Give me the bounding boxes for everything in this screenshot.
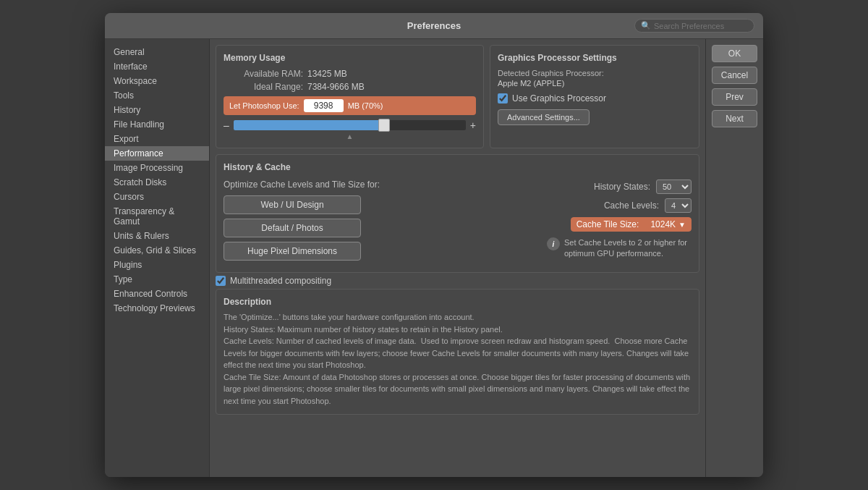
sidebar-item-interface[interactable]: Interface	[105, 59, 209, 74]
cache-levels-select[interactable]: 4 2 6	[665, 198, 692, 213]
window-title: Preferences	[407, 20, 461, 31]
optimize-label: Optimize Cache Levels and Tile Size for:	[224, 179, 540, 190]
cache-section: History & Cache Optimize Cache Levels an…	[216, 154, 699, 273]
memory-section: Memory Usage Available RAM: 13425 MB Ide…	[216, 45, 484, 148]
search-area[interactable]: 🔍	[634, 19, 754, 33]
top-sections: Memory Usage Available RAM: 13425 MB Ide…	[210, 39, 705, 151]
sidebar-item-units-rulers[interactable]: Units & Rulers	[105, 229, 209, 243]
cache-left: Optimize Cache Levels and Tile Size for:…	[224, 179, 540, 265]
use-gpu-label: Use Graphics Processor	[512, 93, 606, 104]
ram-percent-label: MB (70%)	[348, 101, 383, 110]
multithreaded-checkbox[interactable]	[216, 276, 226, 286]
slider-thumb[interactable]	[378, 119, 390, 132]
sidebar-item-technology-previews[interactable]: Technology Previews	[105, 301, 209, 316]
buttons-panel: OK Cancel Prev Next	[705, 39, 763, 477]
sidebar: General Interface Workspace Tools Histor…	[105, 39, 210, 477]
available-ram-value: 13425 MB	[307, 69, 347, 79]
cache-tile-row: Cache Tile Size: 1024K ▼	[547, 217, 692, 232]
memory-slider[interactable]	[234, 120, 466, 130]
search-input[interactable]	[654, 22, 748, 30]
sidebar-item-type[interactable]: Type	[105, 272, 209, 287]
description-text: The 'Optimize...' buttons take your hard…	[224, 311, 692, 407]
sidebar-item-image-processing[interactable]: Image Processing	[105, 161, 209, 175]
sidebar-item-enhanced-controls[interactable]: Enhanced Controls	[105, 287, 209, 301]
title-bar: Preferences 🔍	[105, 13, 763, 39]
advanced-settings-button[interactable]: Advanced Settings...	[498, 109, 590, 125]
multithreaded-row: Multithreaded compositing	[216, 276, 699, 286]
sidebar-item-history[interactable]: History	[105, 103, 209, 117]
cache-tile-label: Cache Tile Size:	[571, 217, 645, 232]
cache-tile-dropdown-icon: ▼	[678, 221, 686, 229]
info-icon: i	[547, 237, 560, 250]
cache-levels-label: Cache Levels:	[604, 200, 659, 211]
preset-huge-pixel-button[interactable]: Huge Pixel Dimensions	[224, 242, 361, 261]
gpu-processor-name: Apple M2 (APPLE)	[498, 79, 692, 88]
next-button[interactable]: Next	[712, 110, 757, 127]
history-states-select[interactable]: 50 20 100	[656, 179, 692, 194]
multithreaded-label: Multithreaded compositing	[230, 276, 331, 286]
ram-input-row: Let Photoshop Use: MB (70%)	[224, 96, 476, 115]
history-states-label: History States:	[594, 182, 650, 192]
sidebar-item-cursors[interactable]: Cursors	[105, 190, 209, 204]
description-title: Description	[224, 297, 692, 307]
preset-default-photos-button[interactable]: Default / Photos	[224, 219, 361, 237]
ideal-range-value: 7384-9666 MB	[307, 82, 365, 92]
use-gpu-row: Use Graphics Processor	[498, 93, 692, 104]
sidebar-item-performance[interactable]: Performance	[105, 146, 209, 161]
gpu-perf-info-text: Set Cache Levels to 2 or higher for opti…	[564, 237, 692, 260]
available-ram-row: Available RAM: 13425 MB	[224, 69, 476, 79]
cache-main: Optimize Cache Levels and Tile Size for:…	[224, 179, 692, 265]
ideal-range-label: Ideal Range:	[224, 82, 303, 92]
cache-right: History States: 50 20 100 Cache Levels: …	[547, 179, 692, 265]
sidebar-item-plugins[interactable]: Plugins	[105, 258, 209, 272]
sidebar-item-scratch-disks[interactable]: Scratch Disks	[105, 175, 209, 190]
ok-button[interactable]: OK	[712, 45, 757, 62]
sidebar-item-export[interactable]: Export	[105, 132, 209, 146]
use-gpu-checkbox[interactable]	[498, 93, 508, 104]
sidebar-item-tools[interactable]: Tools	[105, 88, 209, 103]
available-ram-label: Available RAM:	[224, 69, 303, 79]
slider-triangle: ▲	[224, 132, 476, 140]
sidebar-item-file-handling[interactable]: File Handling	[105, 117, 209, 132]
sidebar-item-workspace[interactable]: Workspace	[105, 74, 209, 88]
slider-plus-button[interactable]: +	[470, 119, 476, 131]
cache-levels-row: Cache Levels: 4 2 6	[547, 198, 692, 213]
preferences-window: Preferences 🔍 General Interface Workspac…	[105, 13, 763, 477]
gpu-perf-info-row: i Set Cache Levels to 2 or higher for op…	[547, 237, 692, 260]
history-states-row: History States: 50 20 100	[547, 179, 692, 194]
preset-web-ui-button[interactable]: Web / UI Design	[224, 195, 361, 214]
prev-button[interactable]: Prev	[712, 88, 757, 106]
cache-section-title: History & Cache	[224, 162, 692, 172]
memory-section-title: Memory Usage	[224, 53, 476, 63]
content-area: Memory Usage Available RAM: 13425 MB Ide…	[210, 39, 705, 477]
ram-input-label: Let Photoshop Use:	[229, 101, 299, 110]
slider-row: – +	[224, 119, 476, 131]
sidebar-item-transparency-gamut[interactable]: Transparency & Gamut	[105, 204, 209, 229]
gpu-section: Graphics Processor Settings Detected Gra…	[490, 45, 699, 148]
sidebar-item-guides-grid-slices[interactable]: Guides, Grid & Slices	[105, 243, 209, 258]
gpu-detected-label: Detected Graphics Processor:	[498, 69, 692, 77]
slider-fill	[234, 120, 385, 130]
sidebar-item-general[interactable]: General	[105, 45, 209, 59]
cancel-button[interactable]: Cancel	[712, 67, 757, 84]
gpu-section-title: Graphics Processor Settings	[498, 53, 692, 63]
search-icon: 🔍	[641, 21, 651, 30]
cache-tile-value[interactable]: 1024K ▼	[644, 217, 692, 232]
ideal-range-row: Ideal Range: 7384-9666 MB	[224, 82, 476, 92]
slider-minus-button[interactable]: –	[224, 119, 229, 131]
description-section: Description The 'Optimize...' buttons ta…	[216, 289, 699, 415]
ram-input-field[interactable]	[304, 99, 344, 112]
